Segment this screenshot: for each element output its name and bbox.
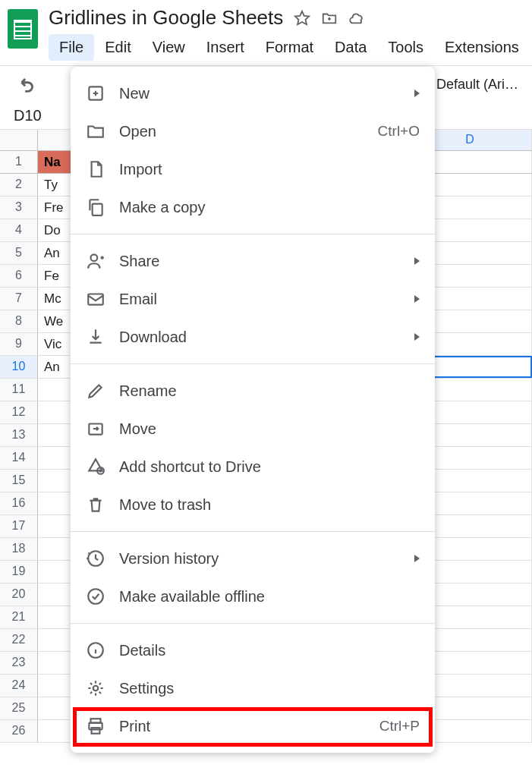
menu-item-label: Open (119, 123, 378, 140)
mail-icon (86, 289, 105, 309)
menu-file[interactable]: File (49, 34, 94, 61)
row-header[interactable]: 11 (0, 379, 38, 401)
menu-item-label: Move (119, 420, 420, 438)
row-header[interactable]: 24 (0, 675, 38, 697)
row-header[interactable]: 1 (0, 151, 38, 173)
menu-item-open[interactable]: OpenCtrl+O (71, 112, 435, 150)
menu-item-share[interactable]: Share (71, 242, 435, 280)
print-icon (86, 716, 105, 736)
row-header[interactable]: 8 (0, 310, 38, 332)
menu-extensions[interactable]: Extensions (434, 34, 530, 61)
row-header[interactable]: 2 (0, 174, 38, 196)
menu-bar: File Edit View Insert Format Data Tools … (49, 34, 530, 61)
document-title[interactable]: Gridlines in Google Sheets (49, 6, 283, 30)
row-header[interactable]: 6 (0, 265, 38, 287)
row-header[interactable]: 15 (0, 470, 38, 492)
menu-item-label: New (119, 85, 420, 102)
menu-item-details[interactable]: Details (71, 631, 435, 669)
menu-item-label: Make available offline (119, 588, 420, 606)
menu-item-label: Email (119, 291, 420, 308)
row-header[interactable]: 26 (0, 720, 38, 742)
menu-edit[interactable]: Edit (94, 34, 141, 61)
menu-format[interactable]: Format (255, 34, 324, 61)
row-header[interactable]: 10 (0, 356, 38, 378)
row-header[interactable]: 4 (0, 219, 38, 241)
menu-item-version-history[interactable]: Version history (71, 539, 435, 577)
menu-divider (71, 531, 435, 532)
file-icon (86, 159, 105, 179)
menu-item-import[interactable]: Import (71, 150, 435, 188)
font-selector[interactable]: Default (Ari… (436, 77, 518, 93)
menu-item-make-a-copy[interactable]: Make a copy (71, 188, 435, 226)
row-header[interactable]: 7 (0, 288, 38, 310)
menu-view[interactable]: View (142, 34, 196, 61)
move-folder-icon[interactable] (321, 10, 338, 27)
svg-point-10 (93, 686, 99, 691)
row-header[interactable]: 9 (0, 333, 38, 355)
info-icon (86, 640, 105, 660)
submenu-arrow-icon (414, 555, 420, 562)
gear-icon (86, 678, 105, 698)
row-header[interactable]: 16 (0, 492, 38, 514)
menu-insert[interactable]: Insert (196, 34, 255, 61)
move-icon (86, 419, 105, 439)
row-header[interactable]: 18 (0, 538, 38, 560)
row-header[interactable]: 12 (0, 401, 38, 423)
svg-point-8 (88, 589, 103, 604)
svg-marker-0 (295, 11, 309, 24)
row-header[interactable]: 3 (0, 197, 38, 219)
submenu-arrow-icon (414, 333, 420, 341)
undo-icon[interactable] (14, 74, 35, 95)
menu-item-label: Rename (119, 382, 420, 400)
menu-item-move-to-trash[interactable]: Move to trash (71, 486, 435, 524)
row-header[interactable]: 13 (0, 424, 38, 446)
menu-divider (71, 234, 435, 234)
menu-item-email[interactable]: Email (71, 280, 435, 318)
menu-divider (71, 363, 435, 364)
menu-item-settings[interactable]: Settings (71, 669, 435, 707)
menu-divider (71, 623, 435, 624)
row-header[interactable]: 23 (0, 652, 38, 674)
row-header[interactable]: 14 (0, 447, 38, 469)
menu-tools[interactable]: Tools (377, 34, 434, 61)
svg-point-3 (91, 254, 98, 261)
menu-item-make-available-offline[interactable]: Make available offline (71, 577, 435, 615)
menu-item-label: Import (119, 161, 420, 178)
sheets-logo[interactable] (8, 6, 38, 52)
menu-item-download[interactable]: Download (71, 318, 435, 356)
row-header[interactable]: 25 (0, 697, 38, 719)
drive-plus-icon (86, 457, 105, 477)
file-dropdown-menu: NewOpenCtrl+OImportMake a copyShareEmail… (71, 67, 435, 753)
plus-box-icon (86, 83, 105, 103)
submenu-arrow-icon (414, 257, 420, 265)
menu-item-add-shortcut-to-drive[interactable]: Add shortcut to Drive (71, 448, 435, 486)
menu-item-label: Add shortcut to Drive (119, 458, 420, 476)
download-icon (86, 327, 105, 347)
star-icon[interactable] (294, 10, 310, 27)
row-header[interactable]: 5 (0, 242, 38, 264)
row-header[interactable]: 21 (0, 606, 38, 628)
submenu-arrow-icon (414, 90, 420, 97)
keyboard-shortcut: Ctrl+P (379, 718, 420, 735)
offline-icon (86, 587, 105, 606)
menu-item-move[interactable]: Move (71, 410, 435, 448)
menu-item-label: Version history (119, 550, 420, 568)
person-plus-icon (86, 251, 105, 271)
menu-item-new[interactable]: New (71, 74, 435, 112)
menu-item-print[interactable]: PrintCtrl+P (71, 707, 435, 745)
cloud-icon[interactable] (348, 10, 365, 27)
row-header[interactable]: 22 (0, 629, 38, 651)
folder-icon (86, 121, 105, 141)
svg-rect-4 (88, 294, 103, 305)
menu-item-label: Details (119, 642, 420, 659)
row-header[interactable]: 17 (0, 515, 38, 537)
row-header[interactable]: 19 (0, 561, 38, 583)
menu-data[interactable]: Data (324, 34, 377, 61)
select-all-corner[interactable] (0, 130, 38, 150)
row-header[interactable]: 20 (0, 584, 38, 606)
menu-item-label: Download (119, 329, 420, 346)
trash-icon (86, 495, 105, 514)
menu-item-label: Make a copy (119, 199, 420, 216)
menu-item-rename[interactable]: Rename (71, 372, 435, 410)
history-icon (86, 549, 105, 568)
